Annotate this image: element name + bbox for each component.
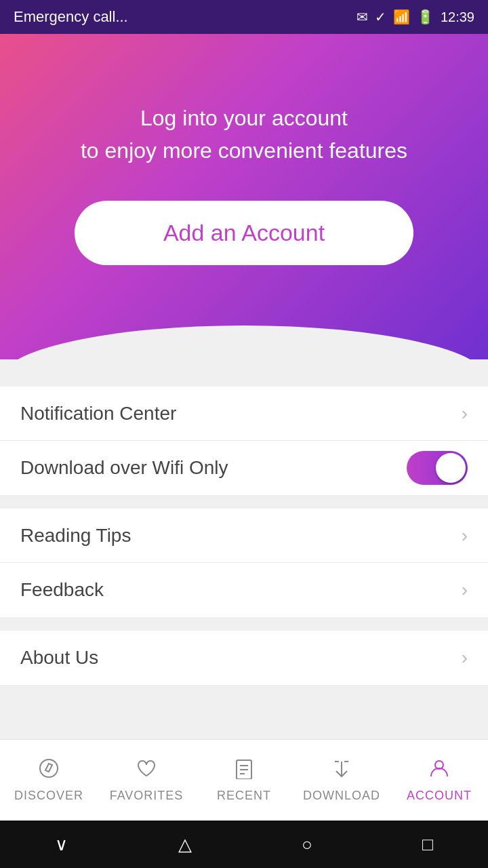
discover-icon [38, 757, 60, 785]
nav-item-favorites[interactable]: FAVORITES [98, 757, 195, 803]
recent-icon [233, 757, 255, 785]
favorites-label: FAVORITES [110, 789, 184, 803]
wifi-only-item[interactable]: Download over Wifi Only [0, 441, 488, 495]
nav-item-download[interactable]: DOWNLOAD [293, 757, 390, 803]
reading-tips-label: Reading Tips [20, 525, 131, 547]
hero-text: Log into your account to enjoy more conv… [81, 102, 407, 167]
favorites-icon [136, 757, 157, 785]
emergency-call-text: Emergency call... [14, 8, 128, 26]
recent-label: RECENT [217, 789, 271, 803]
chevron-icon: › [462, 647, 468, 669]
feedback-item[interactable]: Feedback › [0, 563, 488, 617]
signal-icon: 📶 [393, 9, 410, 25]
nav-item-account[interactable]: ACCOUNT [390, 757, 488, 803]
about-us-item[interactable]: About Us › [0, 631, 488, 685]
recent-apps-button[interactable]: ○ [302, 834, 312, 855]
settings-group-1: Notification Center › Download over Wifi… [0, 387, 488, 495]
home-button[interactable]: △ [178, 834, 192, 855]
nav-item-discover[interactable]: DISCOVER [0, 757, 98, 803]
notification-center-label: Notification Center [20, 403, 176, 425]
download-label: DOWNLOAD [303, 789, 380, 803]
check-icon: ✓ [375, 9, 386, 25]
settings-group-2: Reading Tips › Feedback › [0, 509, 488, 617]
download-icon [331, 757, 352, 785]
chevron-icon: › [462, 579, 468, 601]
mail-icon: ✉ [357, 9, 368, 25]
settings-group-3: About Us › [0, 631, 488, 685]
hero-section: Log into your account to enjoy more conv… [0, 34, 488, 359]
status-bar: Emergency call... ✉ ✓ 📶 🔋 12:39 [0, 0, 488, 34]
wifi-only-label: Download over Wifi Only [20, 457, 228, 479]
feedback-label: Feedback [20, 579, 104, 601]
toggle-track[interactable] [407, 451, 468, 485]
bottom-navigation: DISCOVER FAVORITES RECENT [0, 739, 488, 821]
about-us-label: About Us [20, 647, 98, 669]
chevron-icon: › [462, 525, 468, 547]
discover-label: DISCOVER [14, 789, 83, 803]
status-icons: ✉ ✓ 📶 🔋 12:39 [357, 9, 474, 25]
reading-tips-item[interactable]: Reading Tips › [0, 509, 488, 563]
wifi-toggle[interactable] [407, 451, 468, 485]
chevron-icon: › [462, 403, 468, 425]
nav-item-recent[interactable]: RECENT [195, 757, 293, 803]
notification-center-item[interactable]: Notification Center › [0, 387, 488, 441]
toggle-knob [436, 453, 466, 483]
account-icon [428, 757, 450, 785]
battery-icon: 🔋 [417, 9, 434, 25]
hero-subtitle: Log into your account to enjoy more conv… [81, 102, 407, 167]
square-button[interactable]: □ [422, 834, 433, 855]
add-account-button[interactable]: Add an Account [75, 201, 413, 265]
system-navigation: ∨ △ ○ □ [0, 821, 488, 868]
svg-point-0 [40, 760, 58, 777]
settings-section: Notification Center › Download over Wifi… [0, 359, 488, 739]
account-label: ACCOUNT [407, 789, 472, 803]
back-button[interactable]: ∨ [55, 834, 68, 855]
time-display: 12:39 [441, 9, 474, 25]
